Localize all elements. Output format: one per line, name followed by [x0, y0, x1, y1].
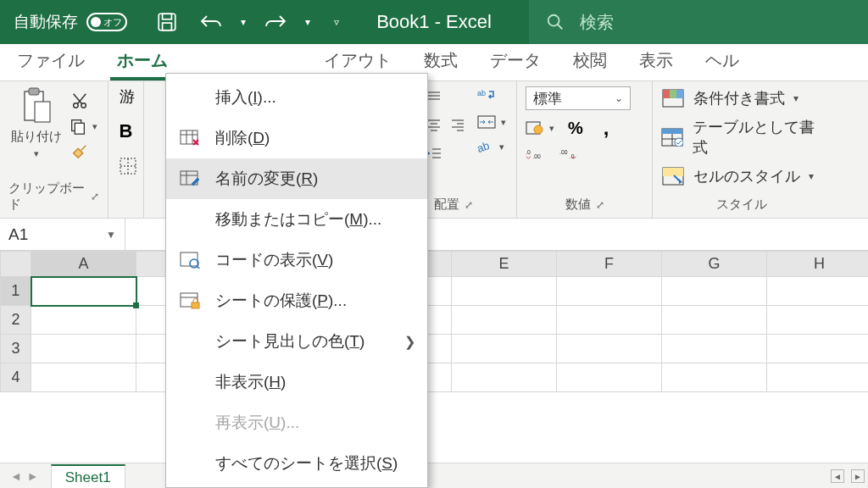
cell-styles-button[interactable]: セルのスタイル ▾	[661, 164, 822, 188]
horizontal-scrollbar[interactable]: ◄ ►	[831, 469, 865, 485]
cell[interactable]	[662, 363, 767, 392]
row-header-2[interactable]: 2	[1, 306, 31, 335]
blank-icon	[178, 372, 202, 392]
col-header-G[interactable]: G	[662, 252, 767, 277]
cell[interactable]	[557, 277, 662, 306]
cell[interactable]	[452, 363, 557, 392]
menu-protect-sheet[interactable]: シートの保護(P)...	[166, 280, 427, 321]
menu-tab-color[interactable]: シート見出しの色(T) ❯	[166, 321, 427, 362]
cell[interactable]	[452, 335, 557, 363]
col-header-A[interactable]: A	[31, 252, 136, 277]
conditional-formatting-button[interactable]: 条件付き書式 ▾	[661, 86, 822, 110]
percent-button[interactable]: %	[566, 119, 585, 137]
col-header-H[interactable]: H	[767, 252, 869, 277]
copy-button[interactable]: ▾	[69, 117, 97, 136]
font-family-select[interactable]: 游	[120, 86, 135, 107]
col-header-E[interactable]: E	[452, 252, 557, 277]
paste-button[interactable]: 貼り付け ▾	[11, 86, 62, 159]
svg-rect-13	[75, 123, 84, 134]
decrease-decimal-button[interactable]: .00.0	[559, 146, 578, 164]
scroll-left-icon[interactable]: ◄	[831, 469, 844, 483]
styles-group-label: スタイル	[716, 197, 767, 213]
select-all-corner[interactable]	[1, 252, 31, 277]
cell[interactable]	[767, 306, 869, 335]
group-number: 標準 ⌄ ▾ % , .0.00 .00.0 数値⤢	[517, 81, 653, 218]
name-box[interactable]: A1 ▼	[0, 219, 125, 251]
search-placeholder: 検索	[580, 11, 614, 34]
orientation-button[interactable]: ab▾	[477, 139, 506, 154]
clipboard-dialog-launcher[interactable]: ⤢	[91, 191, 99, 202]
tab-file[interactable]: ファイル	[10, 42, 92, 80]
sheet-tab-bar: ◄ ► Sheet1 ◄ ►	[0, 463, 868, 488]
format-as-table-button[interactable]: テーブルとして書式	[661, 117, 822, 158]
menu-rename[interactable]: 名前の変更(R)	[166, 158, 427, 199]
undo-button[interactable]	[197, 8, 225, 36]
autosave-state: オフ	[103, 16, 122, 29]
merge-center-button[interactable]: ▾	[477, 115, 506, 129]
menu-insert[interactable]: 挿入(I)...	[166, 77, 427, 118]
cell[interactable]	[557, 363, 662, 392]
cell[interactable]	[31, 363, 136, 392]
row-header-4[interactable]: 4	[1, 363, 31, 392]
menu-hide[interactable]: 非表示(H)	[166, 362, 427, 402]
borders-button[interactable]	[120, 158, 136, 175]
autosave-control[interactable]: 自動保存 オフ	[14, 11, 127, 33]
undo-dropdown-icon[interactable]: ▾	[241, 16, 246, 28]
row-header-3[interactable]: 3	[1, 335, 31, 363]
tab-help[interactable]: ヘル	[698, 42, 746, 80]
svg-rect-2	[163, 23, 172, 30]
col-header-F[interactable]: F	[557, 252, 662, 277]
align-right-button[interactable]	[448, 115, 467, 134]
number-dialog-launcher[interactable]: ⤢	[596, 199, 604, 211]
name-box-dropdown-icon[interactable]: ▼	[106, 229, 116, 241]
svg-line-4	[558, 25, 563, 30]
cell[interactable]	[557, 306, 662, 335]
ribbon-tabs: ファイル ホーム タッチ 挿入 イアウト 数式 データ 校閲 表示 ヘル	[0, 44, 868, 81]
menu-delete[interactable]: 削除(D)	[166, 118, 427, 158]
worksheet-grid[interactable]: A B C D E F G H 1 2 3	[0, 251, 868, 444]
menu-view-code[interactable]: コードの表示(V)	[166, 240, 427, 280]
row-header-1[interactable]: 1	[1, 277, 31, 306]
cut-button[interactable]	[69, 90, 91, 112]
cell[interactable]	[662, 306, 767, 335]
cell[interactable]	[662, 335, 767, 363]
cell[interactable]	[31, 335, 136, 363]
wrap-text-button[interactable]: ab	[477, 86, 496, 105]
comma-button[interactable]: ,	[597, 119, 615, 137]
cell[interactable]	[557, 335, 662, 363]
redo-button[interactable]	[261, 8, 290, 36]
sheet-nav-next[interactable]: ►	[27, 469, 39, 483]
column-headers[interactable]: A B C D E F G H	[1, 252, 869, 277]
sheet-tab-sheet1[interactable]: Sheet1	[51, 464, 125, 488]
chevron-right-icon: ❯	[404, 334, 415, 350]
accounting-format-button[interactable]: ▾	[526, 119, 554, 136]
bold-button[interactable]: B	[120, 120, 133, 142]
cell[interactable]	[767, 363, 869, 392]
cell[interactable]	[767, 277, 869, 306]
table-row: 2	[1, 306, 869, 335]
cell[interactable]	[662, 277, 767, 306]
cell[interactable]	[767, 335, 869, 363]
alignment-group-label: 配置	[434, 197, 459, 213]
sheet-nav-prev[interactable]: ◄	[10, 469, 22, 483]
menu-move-copy[interactable]: 移動またはコピー(M)...	[166, 199, 427, 240]
qat-customize-icon[interactable]: ▿	[334, 16, 339, 28]
alignment-dialog-launcher[interactable]: ⤢	[465, 199, 473, 211]
tab-review[interactable]: 校閲	[566, 42, 614, 80]
search-box[interactable]: 検索	[529, 0, 868, 44]
cell[interactable]	[452, 277, 557, 306]
tab-data[interactable]: データ	[483, 42, 548, 80]
cell-A1[interactable]	[31, 277, 136, 306]
redo-dropdown-icon[interactable]: ▾	[305, 16, 310, 28]
menu-select-all-sheets[interactable]: すべてのシートを選択(S)	[166, 443, 427, 484]
save-button[interactable]	[153, 8, 181, 36]
autosave-toggle[interactable]: オフ	[86, 13, 127, 31]
scroll-right-icon[interactable]: ►	[851, 469, 865, 483]
tab-view[interactable]: 表示	[632, 42, 680, 80]
cell[interactable]	[452, 306, 557, 335]
increase-decimal-button[interactable]: .0.00	[526, 146, 544, 164]
number-format-select[interactable]: 標準 ⌄	[526, 86, 631, 110]
format-painter-button[interactable]	[69, 141, 91, 163]
cell[interactable]	[31, 306, 136, 335]
search-icon	[546, 13, 565, 31]
